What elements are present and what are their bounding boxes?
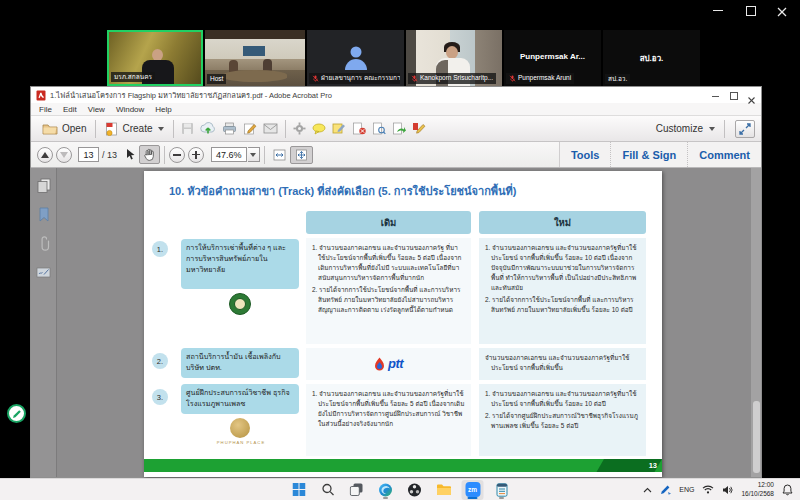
- create-pdf-icon: [105, 122, 118, 136]
- sign-pen-button[interactable]: [409, 120, 429, 137]
- wifi-icon[interactable]: [702, 485, 714, 494]
- cloud-upload-button[interactable]: [197, 120, 219, 137]
- arrow-up-icon: [41, 152, 49, 158]
- university-seal-logo: [229, 293, 251, 315]
- menu-edit[interactable]: Edit: [63, 105, 77, 114]
- divider: [173, 120, 174, 138]
- navigation-pane: [31, 168, 57, 477]
- minimize-icon[interactable]: [711, 91, 720, 100]
- zoom-window-controls: [712, 4, 788, 16]
- next-page-button[interactable]: [56, 147, 72, 163]
- close-icon[interactable]: [747, 91, 756, 100]
- bookmarks-icon[interactable]: [38, 207, 50, 222]
- previous-page-button[interactable]: [37, 147, 53, 163]
- video-tile[interactable]: Kanokporn Srisucharitp...: [406, 30, 502, 86]
- tray-time: 12:00: [758, 481, 774, 488]
- divider: [95, 120, 96, 138]
- document-search-button[interactable]: [369, 120, 389, 137]
- fit-width-button[interactable]: [269, 147, 290, 163]
- notification-bell-icon[interactable]: [782, 484, 793, 496]
- participant-name: Punpermsak Aruni: [518, 75, 571, 82]
- mic-muted-icon: [411, 75, 418, 82]
- menu-file[interactable]: File: [39, 105, 52, 114]
- tab-fill-sign[interactable]: Fill & Sign: [610, 142, 687, 167]
- zoom-out-button[interactable]: [169, 147, 185, 163]
- seal-center: [234, 298, 246, 310]
- cell-text: 2. รายได้จากศูนย์ฝึกประสบการณ์วิชาชีพธุร…: [491, 411, 640, 431]
- file-explorer-button[interactable]: [433, 480, 455, 500]
- close-icon[interactable]: [776, 4, 788, 16]
- create-label: Create: [122, 123, 152, 134]
- video-tile-host[interactable]: Host: [205, 30, 305, 86]
- obs-button[interactable]: [404, 480, 426, 500]
- video-tile-camera-off[interactable]: สป.อว. สป.อว.: [603, 30, 700, 86]
- task-view-button[interactable]: [346, 480, 368, 500]
- start-button[interactable]: [288, 480, 310, 500]
- minimize-icon[interactable]: [712, 4, 724, 16]
- text-edits-button[interactable]: [329, 120, 349, 137]
- print-button[interactable]: [219, 120, 240, 137]
- cell-new: 1. จำนวนของภาคเอกชน และจำนวนของภาครัฐที่…: [479, 238, 646, 344]
- arrow-down-icon: [60, 152, 68, 158]
- customize-button[interactable]: Customize: [651, 121, 720, 136]
- maximize-icon[interactable]: [744, 4, 756, 16]
- participant-name: Kanokporn Srisucharitp...: [420, 75, 493, 82]
- participant-name-label: Host: [207, 74, 226, 85]
- scrollbar-thumb[interactable]: [753, 401, 760, 473]
- volume-icon[interactable]: [722, 485, 733, 495]
- menu-help[interactable]: Help: [155, 105, 171, 114]
- acrobat-window: 1.ไฟล์นำเสนอโครงการ Flagship มหาวิทยาลัย…: [30, 86, 762, 478]
- video-tile-active-speaker[interactable]: มรภ.สกลนคร: [107, 30, 203, 86]
- tab-tools[interactable]: Tools: [560, 142, 611, 167]
- search-button[interactable]: [317, 480, 339, 500]
- select-tool-button[interactable]: [122, 146, 139, 163]
- zoom-level-value[interactable]: 47.6%: [211, 147, 247, 162]
- cell-text: 1. จำนวนของภาคเอกชน และจำนวนของภาครัฐ ที…: [318, 243, 465, 283]
- document-lines-icon: [495, 483, 508, 497]
- chevron-down-icon: [709, 127, 715, 131]
- restore-icon[interactable]: [729, 91, 738, 100]
- participant-name: ฝ่ายเลขานุการ คณะกรรมกา...: [321, 75, 400, 82]
- email-button[interactable]: [260, 121, 281, 136]
- folder-icon: [436, 484, 451, 496]
- zoom-app-button[interactable]: zm: [462, 480, 484, 500]
- page-number-input[interactable]: [78, 147, 99, 162]
- video-tile-avatar[interactable]: ฝ่ายเลขานุการ คณะกรรมกา...: [307, 30, 404, 86]
- phuphan-place-logo-text: PHUPHAN PLACE: [196, 440, 286, 445]
- windows-logo-icon: [292, 483, 305, 496]
- hand-tool-button[interactable]: [139, 145, 160, 164]
- attachments-paperclip-icon[interactable]: [38, 236, 50, 252]
- row-topic-label: ศูนย์ฝึกประสบการณ์วิชาชีพ ธุรกิจโรงแรมภู…: [181, 384, 299, 414]
- zoom-in-button[interactable]: [188, 147, 204, 163]
- fit-page-button[interactable]: [290, 146, 313, 164]
- document-send-button[interactable]: [389, 120, 409, 137]
- acrobat-menubar: File Edit View Window Help: [31, 103, 761, 116]
- document-delete-button[interactable]: [349, 120, 369, 137]
- save-button[interactable]: [178, 120, 197, 137]
- page-thumbnails-icon[interactable]: [37, 178, 51, 193]
- menu-window[interactable]: Window: [116, 105, 144, 114]
- comment-bubble-button[interactable]: [309, 121, 329, 137]
- pdf-page: 10. หัวข้อคำถามสาขา (Track) ที่ส่งคัดเลื…: [144, 171, 662, 477]
- signatures-icon[interactable]: [36, 266, 51, 279]
- acrobat-main-toolbar: Open Create: [31, 116, 761, 142]
- video-tile-camera-off[interactable]: Punpermsak Ar... Punpermsak Aruni: [504, 30, 601, 86]
- menu-view[interactable]: View: [88, 105, 105, 114]
- annotation-pencil-button[interactable]: [7, 404, 26, 423]
- edge-icon: [379, 483, 393, 497]
- vertical-scrollbar[interactable]: [751, 168, 761, 477]
- clock-date[interactable]: 12:00 16/10/2568: [741, 481, 774, 497]
- settings-gear-button[interactable]: [290, 120, 309, 137]
- pen-input-icon[interactable]: [660, 484, 671, 495]
- edge-browser-button[interactable]: [375, 480, 397, 500]
- create-button[interactable]: Create: [100, 120, 169, 138]
- tray-expand-chevron-icon[interactable]: [643, 487, 652, 493]
- fullscreen-button[interactable]: [735, 120, 755, 138]
- notes-app-button[interactable]: [491, 480, 513, 500]
- zoom-level-dropdown[interactable]: [248, 147, 260, 162]
- language-indicator[interactable]: ENG: [679, 486, 694, 493]
- open-button[interactable]: Open: [37, 121, 91, 137]
- pdf-file-icon: [36, 90, 46, 101]
- tab-comment[interactable]: Comment: [687, 142, 761, 167]
- edit-pen-button[interactable]: [240, 120, 260, 137]
